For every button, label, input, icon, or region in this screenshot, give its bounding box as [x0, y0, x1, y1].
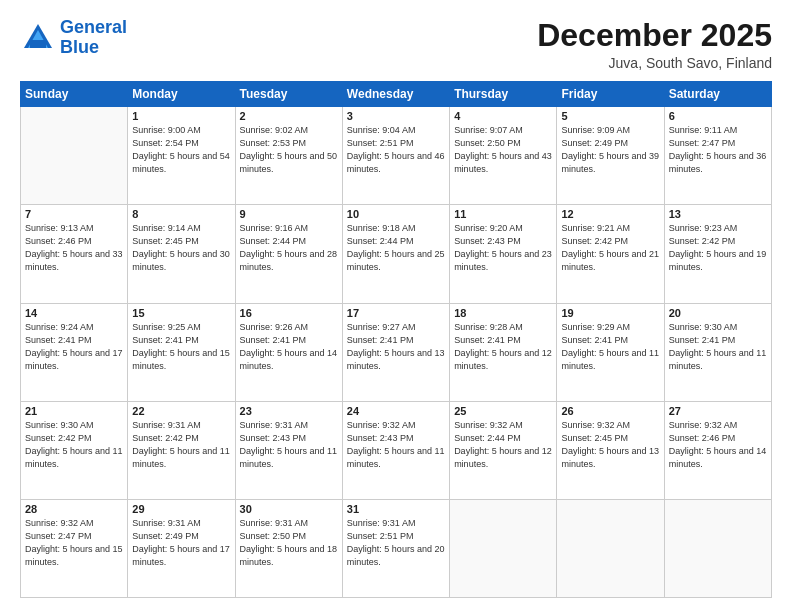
calendar-week-1: 7Sunrise: 9:13 AMSunset: 2:46 PMDaylight… — [21, 205, 772, 303]
calendar-week-4: 28Sunrise: 9:32 AMSunset: 2:47 PMDayligh… — [21, 499, 772, 597]
day-number: 15 — [132, 307, 230, 319]
day-number: 16 — [240, 307, 338, 319]
day-info: Sunrise: 9:32 AMSunset: 2:45 PMDaylight:… — [561, 419, 659, 471]
calendar-cell: 30Sunrise: 9:31 AMSunset: 2:50 PMDayligh… — [235, 499, 342, 597]
day-number: 12 — [561, 208, 659, 220]
day-number: 13 — [669, 208, 767, 220]
calendar-cell: 21Sunrise: 9:30 AMSunset: 2:42 PMDayligh… — [21, 401, 128, 499]
logo-icon — [20, 20, 56, 56]
logo: General Blue — [20, 18, 127, 58]
calendar-cell: 14Sunrise: 9:24 AMSunset: 2:41 PMDayligh… — [21, 303, 128, 401]
day-info: Sunrise: 9:21 AMSunset: 2:42 PMDaylight:… — [561, 222, 659, 274]
day-number: 17 — [347, 307, 445, 319]
col-sunday: Sunday — [21, 82, 128, 107]
day-info: Sunrise: 9:31 AMSunset: 2:50 PMDaylight:… — [240, 517, 338, 569]
day-number: 19 — [561, 307, 659, 319]
calendar-cell: 25Sunrise: 9:32 AMSunset: 2:44 PMDayligh… — [450, 401, 557, 499]
day-number: 2 — [240, 110, 338, 122]
day-number: 24 — [347, 405, 445, 417]
calendar-week-2: 14Sunrise: 9:24 AMSunset: 2:41 PMDayligh… — [21, 303, 772, 401]
day-info: Sunrise: 9:20 AMSunset: 2:43 PMDaylight:… — [454, 222, 552, 274]
day-info: Sunrise: 9:13 AMSunset: 2:46 PMDaylight:… — [25, 222, 123, 274]
day-number: 7 — [25, 208, 123, 220]
day-number: 6 — [669, 110, 767, 122]
day-info: Sunrise: 9:04 AMSunset: 2:51 PMDaylight:… — [347, 124, 445, 176]
day-info: Sunrise: 9:02 AMSunset: 2:53 PMDaylight:… — [240, 124, 338, 176]
day-number: 21 — [25, 405, 123, 417]
day-info: Sunrise: 9:32 AMSunset: 2:44 PMDaylight:… — [454, 419, 552, 471]
day-info: Sunrise: 9:16 AMSunset: 2:44 PMDaylight:… — [240, 222, 338, 274]
calendar-cell — [450, 499, 557, 597]
calendar-cell — [557, 499, 664, 597]
col-thursday: Thursday — [450, 82, 557, 107]
day-number: 5 — [561, 110, 659, 122]
calendar-cell: 13Sunrise: 9:23 AMSunset: 2:42 PMDayligh… — [664, 205, 771, 303]
day-info: Sunrise: 9:32 AMSunset: 2:46 PMDaylight:… — [669, 419, 767, 471]
day-number: 4 — [454, 110, 552, 122]
calendar-cell: 28Sunrise: 9:32 AMSunset: 2:47 PMDayligh… — [21, 499, 128, 597]
day-number: 23 — [240, 405, 338, 417]
day-info: Sunrise: 9:23 AMSunset: 2:42 PMDaylight:… — [669, 222, 767, 274]
day-number: 14 — [25, 307, 123, 319]
day-number: 30 — [240, 503, 338, 515]
calendar-header-row: Sunday Monday Tuesday Wednesday Thursday… — [21, 82, 772, 107]
col-tuesday: Tuesday — [235, 82, 342, 107]
day-info: Sunrise: 9:11 AMSunset: 2:47 PMDaylight:… — [669, 124, 767, 176]
calendar-cell: 12Sunrise: 9:21 AMSunset: 2:42 PMDayligh… — [557, 205, 664, 303]
header: General Blue December 2025 Juva, South S… — [20, 18, 772, 71]
month-title: December 2025 — [537, 18, 772, 53]
calendar-week-3: 21Sunrise: 9:30 AMSunset: 2:42 PMDayligh… — [21, 401, 772, 499]
svg-rect-2 — [30, 40, 46, 48]
day-info: Sunrise: 9:31 AMSunset: 2:51 PMDaylight:… — [347, 517, 445, 569]
calendar-cell — [21, 107, 128, 205]
page: General Blue December 2025 Juva, South S… — [0, 0, 792, 612]
day-number: 11 — [454, 208, 552, 220]
col-monday: Monday — [128, 82, 235, 107]
col-wednesday: Wednesday — [342, 82, 449, 107]
calendar-cell: 22Sunrise: 9:31 AMSunset: 2:42 PMDayligh… — [128, 401, 235, 499]
calendar-cell: 6Sunrise: 9:11 AMSunset: 2:47 PMDaylight… — [664, 107, 771, 205]
calendar-week-0: 1Sunrise: 9:00 AMSunset: 2:54 PMDaylight… — [21, 107, 772, 205]
calendar-cell: 23Sunrise: 9:31 AMSunset: 2:43 PMDayligh… — [235, 401, 342, 499]
logo-general: General — [60, 17, 127, 37]
day-number: 25 — [454, 405, 552, 417]
day-info: Sunrise: 9:07 AMSunset: 2:50 PMDaylight:… — [454, 124, 552, 176]
day-info: Sunrise: 9:09 AMSunset: 2:49 PMDaylight:… — [561, 124, 659, 176]
day-info: Sunrise: 9:30 AMSunset: 2:41 PMDaylight:… — [669, 321, 767, 373]
logo-blue: Blue — [60, 37, 99, 57]
calendar-cell: 27Sunrise: 9:32 AMSunset: 2:46 PMDayligh… — [664, 401, 771, 499]
calendar-cell: 10Sunrise: 9:18 AMSunset: 2:44 PMDayligh… — [342, 205, 449, 303]
day-info: Sunrise: 9:25 AMSunset: 2:41 PMDaylight:… — [132, 321, 230, 373]
calendar-cell: 11Sunrise: 9:20 AMSunset: 2:43 PMDayligh… — [450, 205, 557, 303]
calendar-cell: 20Sunrise: 9:30 AMSunset: 2:41 PMDayligh… — [664, 303, 771, 401]
day-number: 26 — [561, 405, 659, 417]
calendar-cell: 26Sunrise: 9:32 AMSunset: 2:45 PMDayligh… — [557, 401, 664, 499]
title-block: December 2025 Juva, South Savo, Finland — [537, 18, 772, 71]
calendar-cell: 5Sunrise: 9:09 AMSunset: 2:49 PMDaylight… — [557, 107, 664, 205]
calendar-cell: 31Sunrise: 9:31 AMSunset: 2:51 PMDayligh… — [342, 499, 449, 597]
day-number: 28 — [25, 503, 123, 515]
day-number: 8 — [132, 208, 230, 220]
calendar-cell: 4Sunrise: 9:07 AMSunset: 2:50 PMDaylight… — [450, 107, 557, 205]
day-number: 31 — [347, 503, 445, 515]
calendar-cell: 7Sunrise: 9:13 AMSunset: 2:46 PMDaylight… — [21, 205, 128, 303]
calendar-cell: 8Sunrise: 9:14 AMSunset: 2:45 PMDaylight… — [128, 205, 235, 303]
day-info: Sunrise: 9:00 AMSunset: 2:54 PMDaylight:… — [132, 124, 230, 176]
day-info: Sunrise: 9:29 AMSunset: 2:41 PMDaylight:… — [561, 321, 659, 373]
day-info: Sunrise: 9:28 AMSunset: 2:41 PMDaylight:… — [454, 321, 552, 373]
day-info: Sunrise: 9:14 AMSunset: 2:45 PMDaylight:… — [132, 222, 230, 274]
day-number: 22 — [132, 405, 230, 417]
day-number: 27 — [669, 405, 767, 417]
day-number: 10 — [347, 208, 445, 220]
calendar-table: Sunday Monday Tuesday Wednesday Thursday… — [20, 81, 772, 598]
day-number: 3 — [347, 110, 445, 122]
day-info: Sunrise: 9:27 AMSunset: 2:41 PMDaylight:… — [347, 321, 445, 373]
calendar-cell: 2Sunrise: 9:02 AMSunset: 2:53 PMDaylight… — [235, 107, 342, 205]
day-number: 1 — [132, 110, 230, 122]
day-info: Sunrise: 9:31 AMSunset: 2:49 PMDaylight:… — [132, 517, 230, 569]
calendar-cell: 24Sunrise: 9:32 AMSunset: 2:43 PMDayligh… — [342, 401, 449, 499]
day-info: Sunrise: 9:31 AMSunset: 2:42 PMDaylight:… — [132, 419, 230, 471]
day-info: Sunrise: 9:32 AMSunset: 2:47 PMDaylight:… — [25, 517, 123, 569]
day-info: Sunrise: 9:30 AMSunset: 2:42 PMDaylight:… — [25, 419, 123, 471]
calendar-cell — [664, 499, 771, 597]
